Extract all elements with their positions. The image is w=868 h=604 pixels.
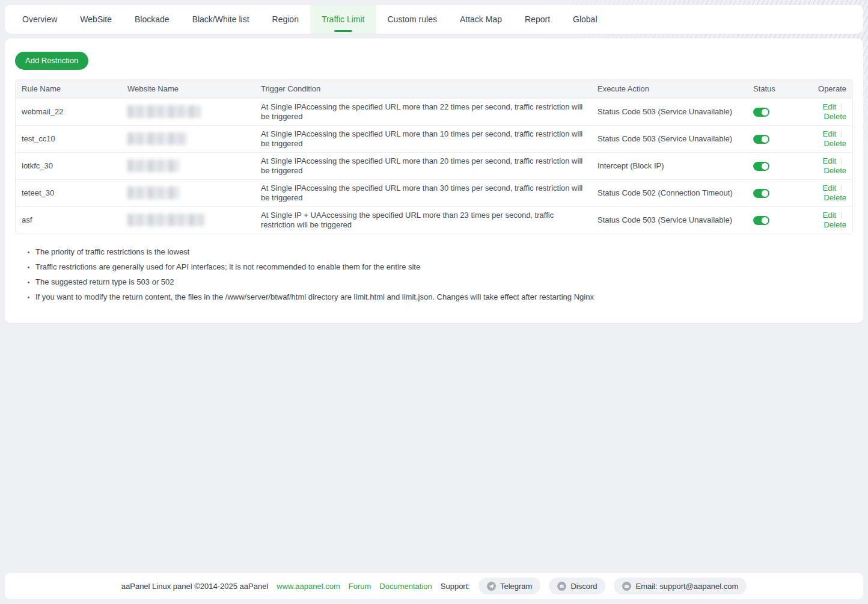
footer-bar: aaPanel Linux panel ©2014-2025 aaPanel w… bbox=[5, 573, 863, 599]
tab-report[interactable]: Report bbox=[513, 5, 561, 34]
telegram-icon bbox=[487, 582, 496, 591]
execute-action: Status Code 503 (Service Unavailable) bbox=[591, 125, 747, 152]
status-toggle[interactable] bbox=[753, 216, 769, 225]
email-button[interactable]: Email: support@aapanel.com bbox=[614, 578, 747, 594]
col-header-status: Status bbox=[747, 80, 807, 98]
table-row: webmail_22 At Single IPAccessing the spe… bbox=[16, 98, 852, 125]
operate-divider bbox=[841, 158, 842, 165]
status-toggle[interactable] bbox=[753, 162, 769, 171]
delete-link[interactable]: Delete bbox=[824, 166, 846, 175]
website-name-redacted bbox=[127, 214, 204, 226]
col-header-trigger-condition: Trigger Condition bbox=[255, 80, 591, 98]
toggle-knob bbox=[762, 190, 768, 197]
tab-overview[interactable]: Overview bbox=[11, 5, 69, 34]
telegram-button[interactable]: Telegram bbox=[478, 578, 540, 594]
rule-name: teteet_30 bbox=[16, 179, 121, 206]
website-name-redacted bbox=[127, 159, 179, 172]
toggle-knob bbox=[762, 163, 768, 170]
operate-divider bbox=[841, 103, 842, 111]
table-row: lotkfc_30 At Single IPAccessing the spec… bbox=[16, 152, 852, 179]
col-header-execute-action: Execute Action bbox=[591, 80, 747, 98]
tab-attack-map[interactable]: Attack Map bbox=[448, 5, 513, 34]
top-tab-bar: Overview WebSite Blockade Black/White li… bbox=[5, 5, 863, 34]
rule-name: test_cc10 bbox=[16, 125, 121, 152]
execute-action: Status Code 502 (Connection Timeout) bbox=[591, 179, 747, 206]
col-header-operate: Operate bbox=[807, 80, 852, 98]
website-name-redacted bbox=[127, 186, 179, 199]
operate-divider bbox=[841, 212, 842, 219]
website-name-redacted bbox=[127, 132, 188, 145]
toggle-knob bbox=[762, 136, 768, 143]
delete-link[interactable]: Delete bbox=[824, 112, 846, 121]
telegram-label: Telegram bbox=[500, 582, 532, 591]
notes-list: The priority of traffic restrictions is … bbox=[15, 247, 853, 302]
email-icon bbox=[622, 582, 631, 591]
edit-link[interactable]: Edit bbox=[823, 183, 836, 193]
trigger-condition: At Single IPAccessing the specified URL … bbox=[255, 98, 591, 125]
edit-link[interactable]: Edit bbox=[823, 129, 836, 138]
table-row: teteet_30 At Single IPAccessing the spec… bbox=[16, 179, 852, 206]
table-row: asf At Single IP + UAAccessing the speci… bbox=[16, 206, 852, 233]
tab-website[interactable]: WebSite bbox=[69, 5, 123, 34]
note-item: Traffic restrictions are generally used … bbox=[35, 262, 853, 272]
footer-link-forum[interactable]: Forum bbox=[349, 582, 371, 591]
trigger-condition: At Single IPAccessing the specified URL … bbox=[255, 125, 591, 152]
table-row: test_cc10 At Single IPAccessing the spec… bbox=[16, 125, 852, 152]
discord-icon bbox=[557, 582, 566, 591]
note-item: The priority of traffic restrictions is … bbox=[35, 247, 853, 257]
note-item: The suggested return type is 503 or 502 bbox=[35, 277, 853, 287]
tab-region[interactable]: Region bbox=[261, 5, 310, 34]
footer-link-aapanel[interactable]: www.aapanel.com bbox=[277, 582, 340, 591]
add-restriction-button[interactable]: Add Restriction bbox=[15, 52, 88, 70]
tab-black-white-list[interactable]: Black/White list bbox=[181, 5, 261, 34]
rule-name: lotkfc_30 bbox=[16, 152, 121, 179]
execute-action: Status Code 503 (Service Unavailable) bbox=[591, 98, 747, 125]
status-toggle[interactable] bbox=[753, 108, 769, 117]
rule-name: asf bbox=[16, 206, 121, 233]
note-item: If you want to modify the return content… bbox=[35, 292, 853, 302]
tab-custom-rules[interactable]: Custom rules bbox=[376, 5, 448, 34]
tab-global[interactable]: Global bbox=[561, 5, 608, 34]
discord-button[interactable]: Discord bbox=[549, 578, 605, 594]
rules-table: Rule Name Website Name Trigger Condition… bbox=[15, 79, 853, 234]
email-label: Email: support@aapanel.com bbox=[635, 582, 738, 591]
toggle-knob bbox=[762, 217, 768, 224]
status-toggle[interactable] bbox=[753, 135, 769, 144]
delete-link[interactable]: Delete bbox=[824, 193, 846, 202]
support-label: Support: bbox=[441, 582, 470, 591]
footer-link-documentation[interactable]: Documentation bbox=[379, 582, 432, 591]
toggle-knob bbox=[762, 109, 768, 116]
tab-blockade[interactable]: Blockade bbox=[123, 5, 181, 34]
trigger-condition: At Single IPAccessing the specified URL … bbox=[255, 152, 591, 179]
operate-divider bbox=[841, 131, 842, 138]
edit-link[interactable]: Edit bbox=[823, 211, 836, 220]
delete-link[interactable]: Delete bbox=[824, 220, 846, 229]
delete-link[interactable]: Delete bbox=[824, 139, 846, 148]
trigger-condition: At Single IPAccessing the specified URL … bbox=[255, 179, 591, 206]
traffic-limit-panel: Add Restriction Rule Name Website Name T… bbox=[5, 39, 863, 323]
copyright-text: aaPanel Linux panel ©2014-2025 aaPanel bbox=[121, 582, 269, 591]
col-header-website-name: Website Name bbox=[121, 80, 255, 98]
col-header-rule-name: Rule Name bbox=[16, 80, 121, 98]
discord-label: Discord bbox=[570, 582, 597, 591]
rule-name: webmail_22 bbox=[16, 98, 121, 125]
table-header-row: Rule Name Website Name Trigger Condition… bbox=[16, 80, 852, 98]
operate-divider bbox=[841, 185, 842, 192]
execute-action: Intercept (Block IP) bbox=[591, 152, 747, 179]
status-toggle[interactable] bbox=[753, 189, 769, 198]
tab-traffic-limit[interactable]: Traffic Limit bbox=[310, 5, 376, 34]
edit-link[interactable]: Edit bbox=[823, 102, 836, 111]
execute-action: Status Code 503 (Service Unavailable) bbox=[591, 206, 747, 233]
trigger-condition: At Single IP + UAAccessing the specified… bbox=[255, 206, 591, 233]
website-name-redacted bbox=[127, 105, 201, 118]
edit-link[interactable]: Edit bbox=[823, 156, 836, 165]
